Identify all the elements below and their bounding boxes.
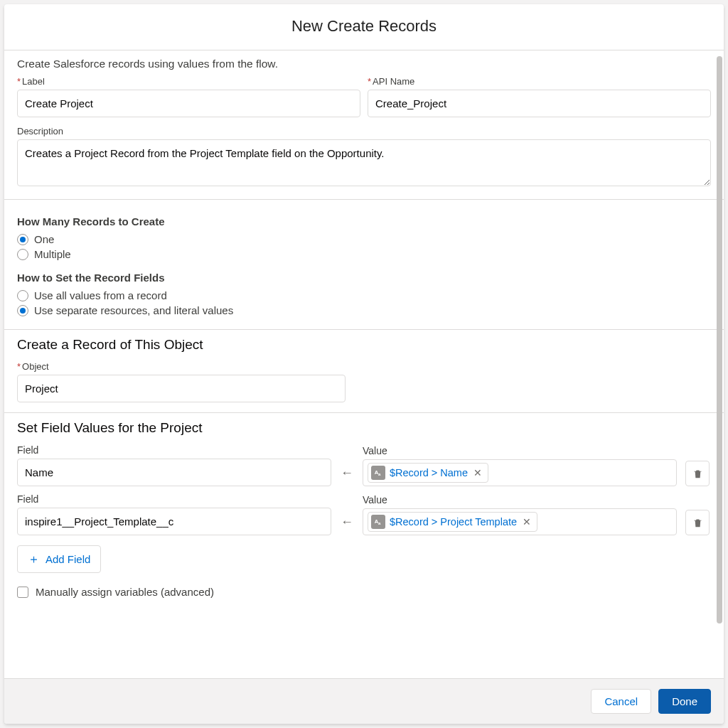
modal-footer: Cancel Done: [4, 678, 724, 724]
radio-all-label: Use all values from a record: [34, 289, 167, 301]
value-pill-1: Aa $Record > Name ✕: [368, 463, 488, 483]
label-input[interactable]: [17, 90, 360, 117]
radio-all-icon: [17, 290, 28, 301]
pill-remove-icon[interactable]: ✕: [472, 467, 483, 478]
text-type-icon: Aa: [371, 515, 385, 529]
radio-multiple-label: Multiple: [34, 248, 71, 260]
value-input-2[interactable]: Aa $Record > Project Template ✕: [363, 508, 677, 535]
panel-basics: Create Salesforce records using values f…: [4, 50, 724, 200]
field-row: Field ← Value Aa $Record > Name ✕: [17, 444, 711, 486]
apiname-field-label: *API Name: [368, 76, 711, 87]
create-records-modal: New Create Records Create Salesforce rec…: [4, 4, 724, 724]
scrollbar[interactable]: [717, 56, 722, 673]
radio-all-values[interactable]: Use all values from a record: [17, 289, 711, 301]
add-field-label: Add Field: [46, 553, 90, 565]
field-values-title: Set Field Values for the Project: [17, 420, 711, 436]
radio-separate[interactable]: Use separate resources, and literal valu…: [17, 304, 711, 316]
radio-separate-icon: [17, 305, 28, 316]
how-set-group: Use all values from a record Use separat…: [17, 289, 711, 316]
apiname-input[interactable]: [368, 90, 711, 117]
arrow-left-icon: ←: [340, 466, 354, 486]
arrow-left-icon: ←: [340, 515, 354, 535]
object-input[interactable]: [17, 375, 346, 402]
value-pill-2: Aa $Record > Project Template ✕: [368, 512, 537, 532]
field-input-1[interactable]: [17, 459, 331, 486]
plus-icon: ＋: [28, 551, 40, 567]
pill-remove-icon[interactable]: ✕: [521, 516, 532, 528]
cancel-button[interactable]: Cancel: [591, 689, 651, 714]
object-label: *Object: [17, 361, 711, 372]
manually-assign-checkbox[interactable]: Manually assign variables (advanced): [17, 586, 711, 598]
field-label-1: Field: [17, 444, 331, 456]
checkbox-icon: [17, 587, 28, 598]
radio-separate-label: Use separate resources, and literal valu…: [34, 304, 233, 316]
value-label-1: Value: [363, 445, 677, 456]
trash-icon: [692, 469, 703, 479]
value-label-2: Value: [363, 494, 677, 505]
modal-body[interactable]: Create Salesforce records using values f…: [4, 50, 724, 678]
delete-row-button[interactable]: [685, 461, 710, 486]
how-set-title: How to Set the Record Fields: [17, 272, 711, 284]
radio-multiple[interactable]: Multiple: [17, 248, 711, 260]
field-label-2: Field: [17, 493, 331, 505]
field-input-2[interactable]: [17, 508, 331, 535]
trash-icon: [692, 518, 703, 528]
object-section-title: Create a Record of This Object: [17, 337, 711, 353]
radio-one-icon: [17, 234, 28, 245]
panel-object: Create a Record of This Object *Object: [4, 330, 724, 413]
radio-multiple-icon: [17, 249, 28, 260]
add-field-button[interactable]: ＋ Add Field: [17, 545, 101, 573]
manually-assign-label: Manually assign variables (advanced): [36, 586, 214, 598]
intro-text: Create Salesforce records using values f…: [17, 58, 711, 70]
description-input[interactable]: [17, 139, 711, 186]
panel-how: How Many Records to Create One Multiple …: [4, 200, 724, 330]
radio-one-label: One: [34, 233, 54, 245]
modal-title: New Create Records: [16, 17, 712, 36]
done-button[interactable]: Done: [658, 689, 711, 714]
radio-one[interactable]: One: [17, 233, 711, 245]
svg-text:a: a: [378, 472, 381, 476]
description-label: Description: [17, 126, 711, 136]
value-input-1[interactable]: Aa $Record > Name ✕: [363, 459, 677, 486]
panel-field-values: Set Field Values for the Project Field ←…: [4, 413, 724, 611]
how-many-group: One Multiple: [17, 233, 711, 260]
label-field-label: *Label: [17, 76, 360, 87]
how-many-title: How Many Records to Create: [17, 215, 711, 228]
svg-text:a: a: [378, 521, 381, 525]
delete-row-button[interactable]: [685, 510, 710, 535]
modal-header: New Create Records: [4, 4, 724, 50]
scrollbar-thumb[interactable]: [717, 56, 722, 623]
value-pill-1-text: $Record > Name: [390, 467, 468, 478]
value-pill-2-text: $Record > Project Template: [390, 516, 517, 528]
field-row: Field ← Value Aa $Record > Project Templ…: [17, 493, 711, 535]
text-type-icon: Aa: [371, 466, 385, 480]
